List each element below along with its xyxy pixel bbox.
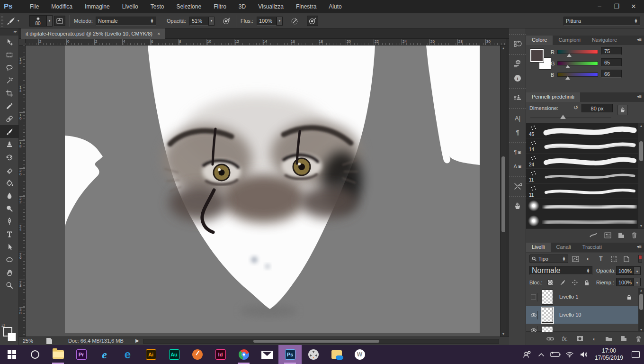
- clone-source-panel-icon[interactable]: [509, 91, 526, 105]
- pressure-size-button[interactable]: [307, 13, 318, 28]
- red-value-field[interactable]: 75: [601, 47, 622, 55]
- restore-button[interactable]: ❐: [608, 0, 625, 12]
- eraser-tool[interactable]: [0, 164, 19, 176]
- internet-explorer-button[interactable]: e: [93, 345, 116, 364]
- brush-size-slider[interactable]: [530, 118, 611, 119]
- scroll-up-icon[interactable]: ▲: [638, 124, 644, 127]
- filter-type-layers-icon[interactable]: T: [595, 255, 607, 263]
- people-icon[interactable]: [520, 350, 534, 359]
- new-layer-icon[interactable]: [619, 335, 628, 343]
- menu-visualizza[interactable]: Visualizza: [252, 1, 290, 12]
- zoom-level-field[interactable]: 25%: [23, 338, 44, 345]
- link-layers-icon[interactable]: [546, 335, 555, 343]
- brush-preset-row[interactable]: 45: [526, 123, 638, 138]
- blue-slider-thumb[interactable]: [565, 76, 570, 80]
- scroll-up-icon[interactable]: ▲: [501, 46, 506, 50]
- filter-adjustment-layers-icon[interactable]: ◐: [582, 255, 594, 263]
- status-options-icon[interactable]: ▶: [135, 338, 139, 343]
- visibility-toggle[interactable]: [529, 293, 538, 301]
- paragraph-panel-icon[interactable]: ¶: [509, 125, 526, 139]
- new-group-icon[interactable]: [605, 335, 613, 343]
- mail-button[interactable]: [255, 345, 278, 364]
- filter-shape-layers-icon[interactable]: [608, 255, 619, 263]
- brush-size-preview[interactable]: 80 ▾: [29, 13, 53, 28]
- foreground-color-chip[interactable]: [530, 49, 544, 62]
- tab-close-icon[interactable]: ×: [157, 31, 160, 36]
- indesign-button[interactable]: Id: [209, 345, 232, 364]
- tab-livelli[interactable]: Livelli: [526, 243, 551, 252]
- horizontal-scroll-thumb[interactable]: [253, 340, 379, 343]
- onedrive-folder-button[interactable]: [325, 345, 348, 364]
- character-styles-panel-icon[interactable]: A▣: [509, 159, 526, 173]
- premiere-button[interactable]: Pr: [70, 345, 93, 364]
- tab-navigatore[interactable]: Navigatore: [586, 36, 623, 45]
- panel-menu-icon[interactable]: ▾≡: [637, 243, 644, 252]
- brush-preset-row[interactable]: 24: [526, 154, 638, 169]
- pen-tool[interactable]: [0, 215, 19, 228]
- action-center-icon[interactable]: [627, 351, 644, 358]
- tab-tracciati[interactable]: Tracciati: [577, 243, 608, 252]
- brush-size-field[interactable]: 80 px: [581, 104, 613, 112]
- layer-thumbnail[interactable]: [542, 308, 553, 323]
- brush-preset-row[interactable]: [526, 214, 638, 228]
- clock[interactable]: 17:00 17/05/2019: [591, 347, 627, 362]
- paragraph-styles-panel-icon[interactable]: ¶▣: [509, 145, 526, 159]
- path-selection-tool[interactable]: [0, 240, 19, 253]
- delete-layer-icon[interactable]: [634, 335, 643, 343]
- panel-menu-icon[interactable]: ▾≡: [637, 36, 644, 45]
- lock-transparency-icon[interactable]: [546, 278, 555, 287]
- layer-name[interactable]: Livello 1: [559, 294, 578, 300]
- layers-scroll-thumb[interactable]: [639, 294, 643, 310]
- layer-name[interactable]: Livello 10: [559, 312, 581, 318]
- battery-icon[interactable]: [548, 352, 563, 357]
- airbrush-button[interactable]: [289, 13, 300, 28]
- properties-3d-panel-icon[interactable]: [509, 57, 526, 71]
- tray-expand-chevron-icon[interactable]: [534, 353, 548, 357]
- menu-selezione[interactable]: Selezione: [170, 1, 207, 12]
- lock-pixels-icon[interactable]: [558, 278, 567, 287]
- menu-aiuto[interactable]: Aiuto: [322, 1, 348, 12]
- cortana-button[interactable]: [23, 345, 46, 364]
- opacita-field[interactable]: 51% ▾: [189, 13, 215, 28]
- vertical-scrollbar[interactable]: ▲ ▼: [500, 46, 506, 337]
- brush-panel-icon[interactable]: [509, 199, 526, 213]
- history-brush-tool[interactable]: [0, 151, 19, 164]
- ruler-corner[interactable]: [19, 39, 26, 46]
- flus-dropdown[interactable]: ▾: [277, 17, 283, 26]
- panel-menu-icon[interactable]: ▾≡: [637, 92, 644, 102]
- green-value-field[interactable]: 65: [601, 58, 622, 66]
- menu-3d[interactable]: 3D: [233, 1, 252, 12]
- layer-filter-switch[interactable]: [638, 255, 642, 263]
- menu-filtro[interactable]: Filtro: [207, 1, 233, 12]
- blur-tool[interactable]: [0, 189, 19, 202]
- blend-mode-dropdown[interactable]: Normale ▲▼: [529, 266, 592, 275]
- vertical-scroll-thumb[interactable]: [501, 156, 505, 232]
- chrome-button[interactable]: [232, 345, 255, 364]
- tab-colore[interactable]: Colore: [526, 36, 553, 45]
- new-adjustment-layer-icon[interactable]: ◐: [590, 335, 599, 343]
- open-preset-manager-icon[interactable]: [589, 232, 598, 240]
- magic-wand-tool[interactable]: [0, 74, 19, 87]
- menu-livello[interactable]: Livello: [116, 1, 144, 12]
- lasso-tool[interactable]: [0, 61, 19, 74]
- brush-preset-row[interactable]: 14: [526, 138, 638, 154]
- photoshop-button[interactable]: Ps: [278, 345, 302, 364]
- file-explorer-button[interactable]: [46, 345, 70, 364]
- filter-pixel-layers-icon[interactable]: [570, 255, 581, 263]
- character-panel-icon[interactable]: A|: [509, 111, 526, 125]
- blue-slider[interactable]: [557, 73, 598, 77]
- document-tab[interactable]: it digitale-Recuperato.psd @ 25% (Livell…: [21, 28, 165, 39]
- scroll-up-icon[interactable]: ▲: [638, 289, 644, 292]
- flus-field[interactable]: 100% ▾: [257, 13, 283, 28]
- canvas-viewport[interactable]: [26, 46, 500, 337]
- tool-presets-panel-icon[interactable]: [509, 179, 526, 193]
- scroll-down-icon[interactable]: ▼: [638, 224, 644, 228]
- eyedropper-tool[interactable]: [0, 100, 19, 112]
- collapse-tools-icon[interactable]: ▸▸: [0, 28, 18, 36]
- minimize-button[interactable]: –: [591, 0, 608, 12]
- filter-type-dropdown[interactable]: Tipo ▲▼: [529, 255, 568, 263]
- blue-value-field[interactable]: 66: [601, 70, 622, 78]
- toggle-brush-panel-icon[interactable]: [617, 105, 628, 115]
- opacita-dropdown[interactable]: ▾: [208, 17, 215, 26]
- brush-scroll-thumb[interactable]: [639, 141, 643, 161]
